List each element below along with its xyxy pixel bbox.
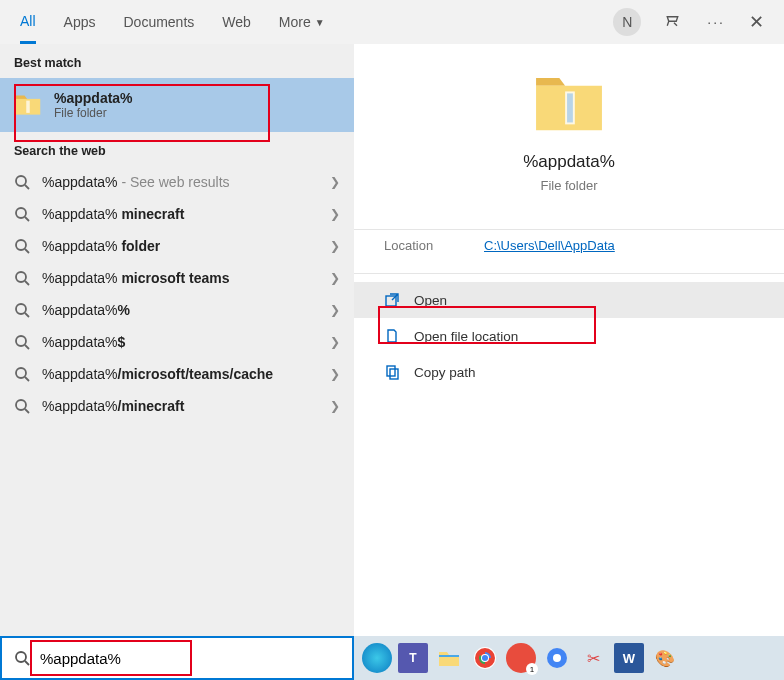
folder-icon <box>530 74 608 136</box>
web-result-text: %appdata% minecraft <box>42 206 318 222</box>
chevron-down-icon: ▼ <box>315 17 325 28</box>
web-result-text: %appdata%% <box>42 302 318 318</box>
svg-point-14 <box>16 652 26 662</box>
search-window: All Apps Documents Web More ▼ N ··· ✕ Be… <box>0 0 784 680</box>
tab-documents[interactable]: Documents <box>123 0 194 44</box>
taskbar-explorer-icon[interactable] <box>434 643 464 673</box>
search-icon <box>14 302 30 318</box>
taskbar-app-icon[interactable]: 1 <box>506 643 536 673</box>
tab-all[interactable]: All <box>20 0 36 44</box>
more-options-icon[interactable]: ··· <box>707 14 725 30</box>
web-result-text: %appdata%/minecraft <box>42 398 318 414</box>
taskbar-teams-icon[interactable]: T <box>398 643 428 673</box>
web-result-item[interactable]: %appdata%/microsoft/teams/cache ❯ <box>0 358 354 390</box>
search-icon <box>14 650 30 666</box>
web-result-item[interactable]: %appdata% - See web results ❯ <box>0 166 354 198</box>
open-action[interactable]: Open <box>354 282 784 318</box>
web-result-text: %appdata%/microsoft/teams/cache <box>42 366 318 382</box>
preview-panel: %appdata% File folder Location C:\Users\… <box>354 44 784 636</box>
web-result-item[interactable]: %appdata%% ❯ <box>0 294 354 326</box>
svg-point-3 <box>16 240 26 250</box>
search-web-label: Search the web <box>0 132 354 166</box>
filter-tabs: All Apps Documents Web More ▼ <box>20 0 325 44</box>
open-icon <box>384 292 400 308</box>
results-panel: Best match %appdata% File folder Search … <box>0 44 354 636</box>
folder-icon <box>14 93 42 117</box>
feedback-icon[interactable] <box>665 13 683 31</box>
search-icon <box>14 174 30 190</box>
web-result-item[interactable]: %appdata% minecraft ❯ <box>0 198 354 230</box>
chevron-right-icon: ❯ <box>330 335 340 349</box>
taskbar-word-icon[interactable]: W <box>614 643 644 673</box>
search-icon <box>14 238 30 254</box>
location-label: Location <box>384 238 484 253</box>
copy-icon <box>384 364 400 380</box>
chevron-right-icon: ❯ <box>330 399 340 413</box>
svg-point-1 <box>16 176 26 186</box>
divider <box>354 229 784 230</box>
taskbar-snip-icon[interactable]: ✂ <box>578 643 608 673</box>
copy-path-label: Copy path <box>414 365 476 380</box>
best-match-result[interactable]: %appdata% File folder <box>0 78 354 132</box>
svg-rect-13 <box>390 369 398 379</box>
copy-path-action[interactable]: Copy path <box>354 354 784 390</box>
chevron-right-icon: ❯ <box>330 207 340 221</box>
search-icon <box>14 366 30 382</box>
svg-point-20 <box>553 654 561 662</box>
svg-point-2 <box>16 208 26 218</box>
svg-point-7 <box>16 368 26 378</box>
svg-point-6 <box>16 336 26 346</box>
chevron-right-icon: ❯ <box>330 303 340 317</box>
divider <box>354 273 784 274</box>
best-match-label: Best match <box>0 44 354 78</box>
svg-rect-12 <box>387 366 395 376</box>
svg-rect-0 <box>26 101 30 113</box>
chevron-right-icon: ❯ <box>330 271 340 285</box>
svg-point-8 <box>16 400 26 410</box>
location-row: Location C:\Users\Dell\AppData <box>354 238 784 273</box>
open-location-action[interactable]: Open file location <box>354 318 784 354</box>
web-result-text: %appdata% - See web results <box>42 174 318 190</box>
web-result-item[interactable]: %appdata% microsoft teams ❯ <box>0 262 354 294</box>
chevron-right-icon: ❯ <box>330 367 340 381</box>
web-result-text: %appdata%$ <box>42 334 318 350</box>
open-location-label: Open file location <box>414 329 518 344</box>
chevron-right-icon: ❯ <box>330 239 340 253</box>
search-box[interactable] <box>0 636 354 680</box>
bottom-bar: T 1 ✂ W 🎨 <box>0 636 784 680</box>
web-result-item[interactable]: %appdata% folder ❯ <box>0 230 354 262</box>
chevron-right-icon: ❯ <box>330 175 340 189</box>
taskbar-paint-icon[interactable]: 🎨 <box>650 643 680 673</box>
close-button[interactable]: ✕ <box>749 11 764 33</box>
header-controls: N ··· ✕ <box>613 8 764 36</box>
search-input[interactable] <box>40 650 340 667</box>
tab-web[interactable]: Web <box>222 0 251 44</box>
open-label: Open <box>414 293 447 308</box>
taskbar-edge-icon[interactable] <box>362 643 392 673</box>
preview-title: %appdata% <box>523 152 615 172</box>
avatar[interactable]: N <box>613 8 641 36</box>
taskbar-chrome-icon[interactable] <box>470 643 500 673</box>
web-result-text: %appdata% microsoft teams <box>42 270 318 286</box>
header: All Apps Documents Web More ▼ N ··· ✕ <box>0 0 784 44</box>
web-result-item[interactable]: %appdata%/minecraft ❯ <box>0 390 354 422</box>
main-content: Best match %appdata% File folder Search … <box>0 44 784 636</box>
search-icon <box>14 270 30 286</box>
web-result-text: %appdata% folder <box>42 238 318 254</box>
best-match-title: %appdata% <box>54 90 133 106</box>
search-icon <box>14 398 30 414</box>
web-result-item[interactable]: %appdata%$ ❯ <box>0 326 354 358</box>
search-icon <box>14 334 30 350</box>
file-location-icon <box>384 328 400 344</box>
best-match-subtitle: File folder <box>54 106 133 120</box>
preview-subtitle: File folder <box>540 178 597 193</box>
taskbar-chrome2-icon[interactable] <box>542 643 572 673</box>
tab-apps[interactable]: Apps <box>64 0 96 44</box>
svg-point-18 <box>482 655 488 661</box>
svg-point-5 <box>16 304 26 314</box>
taskbar: T 1 ✂ W 🎨 <box>354 636 784 680</box>
svg-point-4 <box>16 272 26 282</box>
location-link[interactable]: C:\Users\Dell\AppData <box>484 238 615 253</box>
tab-more[interactable]: More ▼ <box>279 0 325 44</box>
search-icon <box>14 206 30 222</box>
